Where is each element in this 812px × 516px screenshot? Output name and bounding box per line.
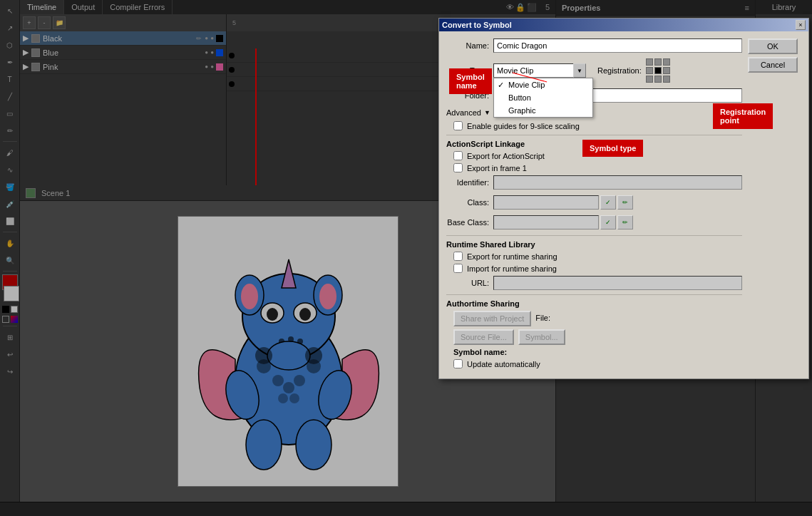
url-label: URL: bbox=[446, 279, 489, 287]
file-label: File: bbox=[535, 311, 550, 326]
symbol-type-annotation: Symbol type bbox=[582, 140, 643, 157]
update-auto-row: Update automatically bbox=[446, 359, 742, 368]
ok-button[interactable]: OK bbox=[748, 38, 798, 54]
symbol-btn[interactable]: Symbol... bbox=[518, 329, 565, 345]
advanced-row[interactable]: Advanced ▼ bbox=[446, 108, 742, 117]
share-with-project-btn[interactable]: Share with Project bbox=[453, 311, 531, 326]
runtime-sharing-section: Runtime Shared Library Export for runtim… bbox=[446, 240, 742, 290]
registration-point-annotation: Registrationpoint bbox=[713, 103, 773, 129]
reg-dot-tc[interactable] bbox=[654, 58, 662, 66]
dialog-titlebar: Convert to Symbol × bbox=[439, 19, 808, 31]
export-as-checkbox[interactable] bbox=[453, 151, 463, 160]
reg-dot-br[interactable] bbox=[663, 76, 670, 83]
source-symbol-buttons-row: Source File... Symbol... bbox=[446, 329, 742, 345]
type-input[interactable] bbox=[493, 63, 586, 78]
authortime-buttons-row: Share with Project File: bbox=[446, 311, 742, 326]
export-runtime-row: Export for runtime sharing bbox=[446, 252, 742, 261]
class-input-group: ✓ ✏ bbox=[493, 195, 633, 210]
url-row: URL: bbox=[446, 276, 742, 290]
registration-label: Registration: bbox=[597, 66, 642, 75]
update-auto-checkbox[interactable] bbox=[453, 359, 463, 368]
dialog-close-btn[interactable]: × bbox=[796, 20, 806, 30]
authortime-title: Authortime Sharing bbox=[446, 299, 742, 308]
dialog-overlay: Convert to Symbol × Name: Type: bbox=[0, 0, 812, 516]
reg-dot-ml[interactable] bbox=[646, 67, 653, 74]
base-class-row: Base Class: ✓ ✏ bbox=[446, 215, 742, 229]
type-select-container: ▼ Movie Clip Button Graphic bbox=[493, 63, 586, 78]
guides-checkbox-row: Enable guides for 9-slice scaling bbox=[446, 121, 742, 130]
dialog-body: Name: Type: ▼ Movie Clip Button bbox=[439, 31, 808, 378]
export-frame-checkbox[interactable] bbox=[453, 163, 463, 172]
export-runtime-label: Export for runtime sharing bbox=[467, 252, 557, 261]
authortime-sharing-section: Authortime Sharing Share with Project Fi… bbox=[446, 299, 742, 368]
base-class-label: Base Class: bbox=[446, 218, 489, 227]
convert-to-symbol-dialog: Convert to Symbol × Name: Type: bbox=[438, 18, 809, 379]
name-row: Name: bbox=[446, 38, 742, 53]
export-runtime-checkbox[interactable] bbox=[453, 252, 463, 261]
advanced-arrow-icon: ▼ bbox=[484, 109, 490, 116]
identifier-row: Identifier: bbox=[446, 175, 742, 190]
divider-2 bbox=[446, 235, 742, 236]
dialog-action-buttons: OK Cancel bbox=[748, 38, 801, 371]
symbol-name-annotation: Symbolname bbox=[449, 68, 492, 94]
class-row: Class: ✓ ✏ bbox=[446, 195, 742, 210]
reg-dot-tr[interactable] bbox=[663, 58, 670, 66]
divider-3 bbox=[446, 294, 742, 295]
dialog-title: Convert to Symbol bbox=[442, 21, 512, 29]
import-runtime-label: Import for runtime sharing bbox=[467, 264, 557, 273]
base-class-check-btn[interactable]: ✓ bbox=[600, 215, 616, 229]
guides-checkbox[interactable] bbox=[453, 121, 463, 130]
name-label: Name: bbox=[446, 41, 489, 50]
type-dropdown: Movie Clip Button Graphic bbox=[493, 78, 593, 118]
guides-label: Enable guides for 9-slice scaling bbox=[467, 122, 580, 130]
identifier-label: Identifier: bbox=[446, 178, 489, 187]
url-input[interactable] bbox=[493, 276, 742, 290]
base-class-input-group: ✓ ✏ bbox=[493, 215, 633, 229]
class-label: Class: bbox=[446, 198, 489, 207]
import-runtime-row: Import for runtime sharing bbox=[446, 264, 742, 273]
update-auto-label: Update automatically bbox=[467, 360, 540, 368]
runtime-title: Runtime Shared Library bbox=[446, 240, 742, 249]
identifier-input[interactable] bbox=[493, 175, 742, 190]
divider-1 bbox=[446, 135, 742, 135]
advanced-label: Advanced bbox=[446, 108, 481, 117]
reg-dot-bc[interactable] bbox=[654, 76, 662, 83]
export-frame-label: Export in frame 1 bbox=[467, 164, 527, 172]
reg-dot-bl[interactable] bbox=[646, 76, 653, 83]
class-edit-btn[interactable]: ✏ bbox=[617, 195, 633, 210]
reg-dot-mc[interactable] bbox=[654, 67, 662, 74]
registration-grid bbox=[646, 58, 670, 83]
base-class-input[interactable] bbox=[493, 215, 599, 229]
export-as-label: Export for ActionScript bbox=[467, 152, 545, 160]
cancel-button[interactable]: Cancel bbox=[748, 57, 798, 73]
name-input[interactable] bbox=[493, 38, 742, 53]
symbol-name-label: Symbol name: bbox=[453, 348, 507, 356]
symbol-name-row: Symbol name: bbox=[446, 348, 742, 356]
type-dropdown-arrow[interactable]: ▼ bbox=[573, 63, 586, 78]
export-frame-checkbox-row: Export in frame 1 bbox=[446, 163, 742, 172]
class-input[interactable] bbox=[493, 195, 599, 210]
dropdown-graphic[interactable]: Graphic bbox=[494, 104, 592, 117]
reg-dot-tl[interactable] bbox=[646, 58, 653, 66]
source-file-btn[interactable]: Source File... bbox=[453, 329, 514, 345]
reg-dot-mr[interactable] bbox=[663, 67, 670, 74]
base-class-edit-btn[interactable]: ✏ bbox=[617, 215, 633, 229]
import-runtime-checkbox[interactable] bbox=[453, 264, 463, 273]
dropdown-button[interactable]: Button bbox=[494, 91, 592, 104]
class-check-btn[interactable]: ✓ bbox=[600, 195, 616, 210]
